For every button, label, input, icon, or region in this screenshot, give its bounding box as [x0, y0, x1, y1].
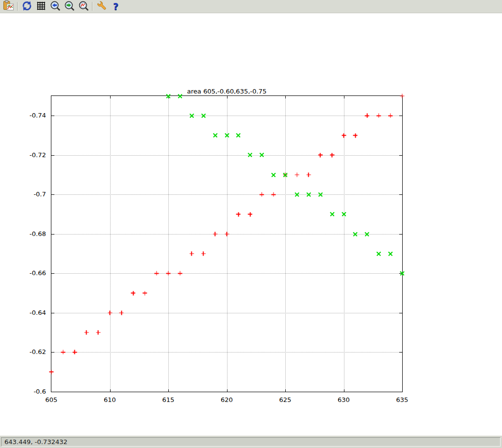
data-point-cross — [272, 173, 276, 177]
data-point-cross — [201, 114, 205, 118]
tick-mark — [399, 234, 402, 235]
data-point-plus — [72, 350, 77, 354]
y-axis-tick-label: -0.66 — [7, 269, 46, 277]
tick-mark — [51, 116, 54, 116]
data-point-cross — [342, 212, 346, 216]
data-point-plus — [306, 173, 311, 177]
data-point-plus — [248, 212, 252, 216]
toolbar-button-help[interactable]: ? — [109, 0, 123, 13]
tick-mark — [227, 96, 228, 98]
tick-mark — [51, 313, 54, 313]
data-point-plus — [166, 271, 171, 276]
y-axis-tick-label: -0.68 — [7, 230, 46, 238]
plot-title: area 605,-0.60,635,-0.75 — [51, 88, 402, 95]
x-axis-tick-label: 625 — [273, 396, 297, 403]
tick-mark — [399, 155, 402, 156]
toolbar-button-toggle-grid[interactable] — [34, 0, 48, 13]
x-axis-tick-label: 630 — [332, 396, 356, 403]
tick-mark — [51, 273, 54, 274]
tick-mark — [227, 389, 228, 392]
wrench-icon — [96, 0, 107, 13]
data-point-plus — [49, 370, 54, 374]
x-axis-tick-label: 620 — [215, 396, 239, 403]
gridline-horizontal — [51, 352, 402, 353]
refresh-icon — [22, 0, 32, 13]
plot-area[interactable] — [51, 95, 403, 392]
data-point-plus — [201, 252, 205, 256]
toolbar-button-configure[interactable] — [95, 0, 109, 13]
plot-canvas[interactable]: area 605,-0.60,635,-0.75 605610615620625… — [0, 13, 502, 435]
statusbar-coordinates: 643.449, -0.732432 — [4, 438, 68, 446]
gridline-vertical — [168, 96, 169, 392]
gridline-vertical — [344, 96, 344, 392]
clipboard-plot-icon — [3, 0, 14, 13]
question-mark-icon: ? — [113, 2, 118, 11]
y-axis-tick-label: -0.6 — [7, 388, 46, 396]
data-point-plus — [225, 232, 229, 236]
tick-mark — [344, 96, 344, 98]
toolbar: ? — [0, 0, 502, 13]
data-point-plus — [119, 310, 124, 315]
toolbar-button-zoom-next[interactable] — [63, 0, 76, 13]
data-point-cross — [189, 114, 194, 118]
data-point-plus — [84, 330, 89, 335]
data-point-cross — [178, 94, 182, 98]
x-axis-tick-label: 610 — [98, 396, 122, 403]
y-axis-tick-label: -0.7 — [7, 190, 46, 198]
data-point-cross — [236, 133, 241, 138]
toolbar-button-copy-to-clipboard[interactable] — [2, 0, 16, 13]
gridline-vertical — [110, 96, 111, 392]
data-point-plus — [272, 192, 276, 197]
toolbar-button-zoom-previous[interactable] — [48, 0, 62, 13]
grid-icon — [36, 0, 46, 13]
data-point-cross — [306, 192, 311, 197]
data-point-plus — [178, 271, 182, 276]
data-point-plus — [236, 212, 241, 216]
gridline-vertical — [285, 96, 286, 392]
tick-mark — [51, 155, 54, 156]
tick-mark — [399, 194, 402, 195]
tick-mark — [51, 194, 54, 195]
data-point-plus — [131, 291, 136, 295]
data-point-plus — [143, 291, 147, 295]
data-point-plus — [213, 232, 217, 236]
gridline-horizontal — [51, 273, 402, 274]
gridline-horizontal — [51, 313, 402, 313]
y-axis-tick-label: -0.74 — [7, 112, 46, 119]
tick-mark — [344, 389, 344, 392]
toolbar-separator — [17, 2, 18, 11]
tick-mark — [51, 352, 54, 353]
tick-mark — [285, 96, 286, 98]
y-axis-tick-label: -0.72 — [7, 151, 46, 159]
y-axis-tick-label: -0.64 — [7, 309, 46, 317]
data-point-plus — [342, 133, 346, 138]
x-axis-tick-label: 605 — [39, 396, 64, 403]
data-point-plus — [388, 114, 393, 118]
toolbar-button-replot[interactable] — [20, 0, 34, 13]
data-point-plus — [377, 114, 381, 118]
magnifier-plot-icon — [78, 0, 89, 13]
data-point-plus — [330, 153, 334, 157]
tick-mark — [399, 116, 402, 116]
data-point-cross — [388, 252, 393, 256]
data-point-cross — [295, 192, 299, 197]
data-point-plus — [189, 252, 194, 256]
data-point-plus — [365, 114, 369, 118]
magnifier-left-arrow-icon — [50, 0, 61, 13]
x-axis-tick-label: 615 — [156, 396, 181, 403]
data-point-cross — [365, 232, 369, 236]
data-point-plus — [353, 133, 358, 138]
data-point-plus — [96, 330, 100, 335]
data-point-plus — [108, 310, 112, 315]
gridline-horizontal — [51, 116, 402, 116]
toolbar-button-autoscale[interactable] — [77, 0, 91, 13]
statusbar: 643.449, -0.732432 — [0, 435, 502, 448]
x-axis-tick-label: 635 — [390, 396, 414, 403]
data-point-cross — [248, 153, 252, 157]
data-point-cross — [166, 94, 171, 98]
data-point-plus — [155, 271, 159, 276]
data-point-cross — [330, 212, 334, 216]
tick-mark — [399, 352, 402, 353]
magnifier-right-arrow-icon — [64, 0, 75, 13]
data-point-plus — [295, 173, 299, 177]
